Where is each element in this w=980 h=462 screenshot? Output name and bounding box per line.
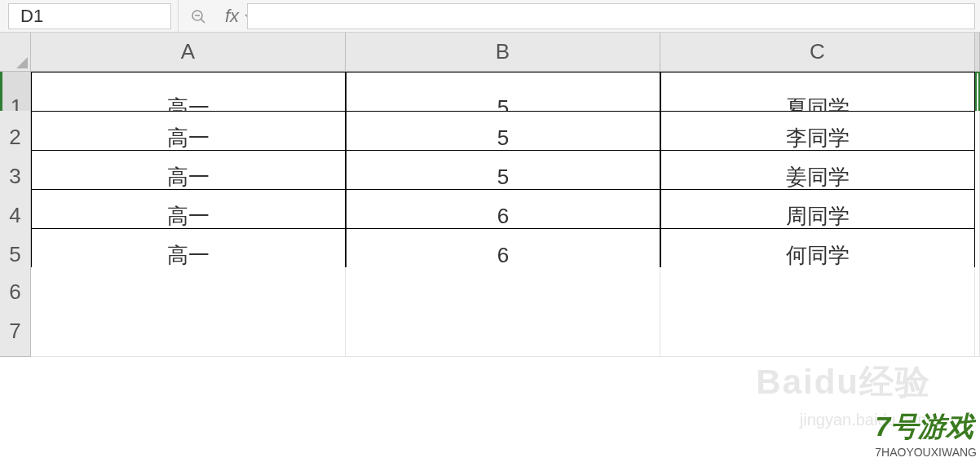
fx-label[interactable]: fx bbox=[217, 6, 247, 27]
formula-bar: fx bbox=[0, 0, 980, 33]
row-header-7[interactable]: 7 bbox=[0, 306, 31, 357]
formula-input[interactable] bbox=[247, 3, 975, 29]
col-header-A[interactable]: A bbox=[31, 33, 346, 72]
cancel-formula-icon[interactable] bbox=[178, 0, 217, 32]
cell-C7[interactable] bbox=[660, 306, 975, 357]
badge-text: 7号游戏 bbox=[875, 411, 973, 442]
watermark-badge: 7号游戏 7HAOYOUXIWANG bbox=[875, 408, 977, 459]
spreadsheet-grid: A B C 1 高一 5 夏同学 2 高一 5 李同学 3 高一 5 姜同学 4… bbox=[0, 33, 980, 345]
svg-line-1 bbox=[201, 19, 205, 23]
cell-B7[interactable] bbox=[346, 306, 660, 357]
cell-D7[interactable] bbox=[975, 306, 980, 357]
col-header-D[interactable] bbox=[975, 33, 980, 72]
watermark-brand: Baidu经验 bbox=[756, 359, 931, 405]
select-all-corner[interactable] bbox=[0, 33, 31, 72]
name-box-container[interactable] bbox=[8, 3, 171, 29]
col-header-C[interactable]: C bbox=[660, 33, 975, 72]
col-header-B[interactable]: B bbox=[346, 33, 660, 72]
badge-subtext: 7HAOYOUXIWANG bbox=[875, 446, 977, 459]
cell-A7[interactable] bbox=[31, 306, 346, 357]
